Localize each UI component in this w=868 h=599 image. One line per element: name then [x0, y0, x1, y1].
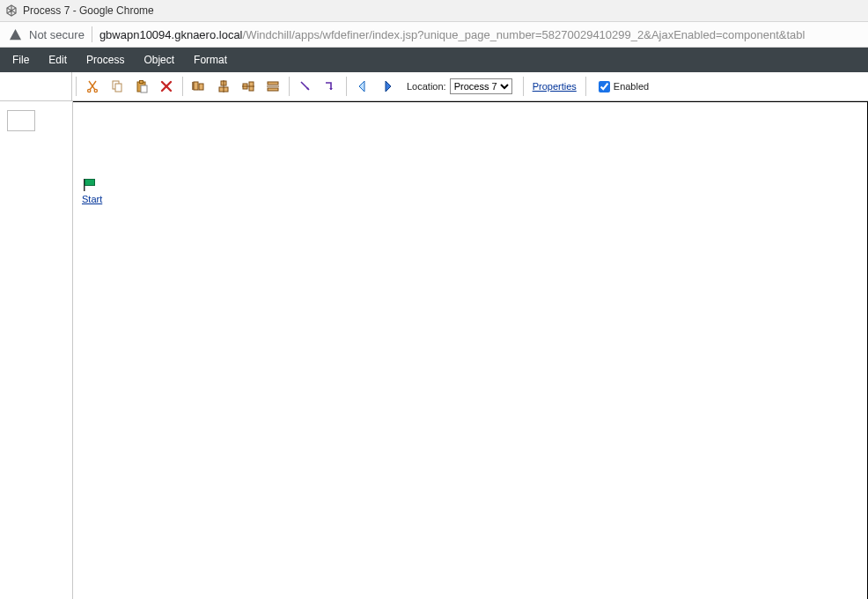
url-path: /Windchill/apps/wfdefiner/index.jsp?uniq…: [243, 28, 805, 41]
align-center-v-button[interactable]: [238, 76, 259, 97]
app-menubar: File Edit Process Object Format: [0, 48, 868, 72]
toolbar: Location: Process 7 Properties Enabled: [72, 72, 649, 100]
cut-button[interactable]: [82, 76, 103, 97]
canvas-wrap: Start: [72, 101, 868, 599]
url-text[interactable]: gbwapn10094.gknaero.local/Windchill/apps…: [99, 28, 805, 41]
menu-format[interactable]: Format: [185, 52, 236, 68]
nav-back-icon: [356, 79, 370, 93]
not-secure-icon: [9, 28, 22, 41]
svg-point-1: [94, 89, 97, 92]
address-bar: Not secure gbwapn10094.gknaero.local/Win…: [0, 22, 868, 48]
paste-icon: [135, 79, 149, 93]
cut-icon: [85, 79, 99, 93]
app-favicon-icon: [5, 4, 18, 17]
start-flag-icon: [82, 178, 102, 192]
svg-rect-7: [194, 82, 198, 90]
svg-point-0: [88, 89, 91, 92]
connector-diag-button[interactable]: [295, 76, 316, 97]
align-center-h-icon: [217, 79, 231, 93]
connector-ortho-icon: [323, 79, 337, 93]
toolbar-sep: [523, 77, 524, 96]
menu-process[interactable]: Process: [77, 52, 133, 68]
svg-rect-17: [268, 88, 278, 91]
align-left-button[interactable]: [188, 76, 210, 97]
svg-rect-5: [140, 81, 143, 84]
svg-rect-8: [199, 84, 203, 90]
delete-button[interactable]: [156, 76, 177, 97]
menu-edit[interactable]: Edit: [40, 52, 76, 68]
toolbar-sep: [585, 77, 586, 96]
location-label: Location:: [407, 81, 446, 92]
enabled-label: Enabled: [614, 81, 649, 92]
menu-file[interactable]: File: [4, 52, 38, 68]
copy-icon: [110, 79, 124, 93]
nav-back-button[interactable]: [352, 76, 373, 97]
paste-button[interactable]: [131, 76, 152, 97]
toolbar-sep: [346, 77, 347, 96]
window-titlebar: Process 7 - Google Chrome: [0, 0, 868, 22]
toolbar-sep: [182, 77, 183, 96]
nav-forward-icon: [380, 79, 394, 93]
toolbar-sep: [289, 77, 290, 96]
connector-ortho-button[interactable]: [320, 76, 341, 97]
start-node-label[interactable]: Start: [82, 194, 102, 204]
start-node[interactable]: Start: [82, 178, 102, 204]
url-host: gbwapn10094.gknaero.local: [99, 28, 243, 41]
addr-separator: [92, 26, 92, 42]
align-center-v-icon: [241, 79, 255, 93]
connector-diag-icon: [298, 79, 313, 93]
svg-rect-20: [85, 180, 95, 186]
align-left-icon: [192, 79, 206, 93]
align-center-h-button[interactable]: [213, 76, 234, 97]
window-title: Process 7 - Google Chrome: [23, 4, 154, 17]
svg-rect-6: [141, 85, 147, 92]
svg-rect-3: [115, 84, 121, 92]
menu-object[interactable]: Object: [135, 52, 183, 68]
enabled-checkbox[interactable]: [599, 81, 610, 92]
location-select[interactable]: Process 7: [450, 78, 512, 94]
toolbar-sep: [76, 77, 77, 96]
distributed-icon: [266, 79, 280, 93]
palette-slot[interactable]: [7, 110, 35, 131]
delete-icon: [159, 79, 173, 93]
svg-rect-16: [268, 82, 278, 85]
not-secure-label: Not secure: [29, 28, 85, 41]
toolbar-left-gutter: [0, 72, 72, 100]
distribute-button[interactable]: [262, 76, 283, 97]
nav-forward-button[interactable]: [377, 76, 398, 97]
process-canvas[interactable]: Start: [73, 101, 868, 599]
toolbar-row: Location: Process 7 Properties Enabled: [0, 72, 868, 101]
copy-button[interactable]: [107, 76, 128, 97]
palette-column: [0, 101, 72, 599]
workspace: Start: [0, 101, 868, 599]
properties-link[interactable]: Properties: [533, 81, 577, 92]
